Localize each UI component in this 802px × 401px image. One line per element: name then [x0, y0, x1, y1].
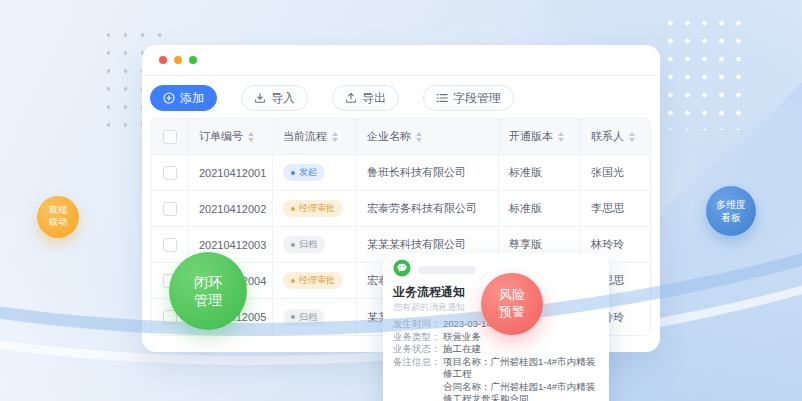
traffic-light-green-icon[interactable]: [189, 56, 197, 64]
table-row: 20210412002 经理审批 宏泰劳务科技有限公司 标准版 李思思: [152, 191, 650, 227]
row-checkbox[interactable]: [163, 166, 177, 180]
select-all-checkbox[interactable]: [163, 130, 177, 144]
row-checkbox[interactable]: [163, 238, 177, 252]
version-cell: 标准版: [498, 191, 580, 226]
export-button[interactable]: 导出: [332, 85, 399, 111]
sort-carets-icon[interactable]: [248, 132, 254, 142]
status-dot-icon: [291, 207, 295, 211]
feature-badge-dual-linkage: 双端 联动: [37, 196, 79, 238]
column-header-label: 企业名称: [367, 129, 411, 144]
status-dot-icon: [291, 171, 295, 175]
field-manage-button[interactable]: 字段管理: [423, 85, 514, 111]
plus-circle-icon: [163, 92, 175, 104]
column-header-label: 订单编号: [199, 129, 243, 144]
field-manage-button-label: 字段管理: [453, 90, 501, 107]
field-label: 备注信息：: [393, 356, 443, 401]
feature-badge-label: 联动: [49, 217, 67, 229]
field-label: 发生时间：: [393, 318, 443, 331]
notification-field-type: 业务类型： 联营业务: [393, 331, 599, 344]
process-status-label: 发起: [299, 166, 317, 179]
field-value: 施工在建: [443, 343, 481, 356]
notification-field-remark: 备注信息： 项目名称：广州碧桂园1-4#市内精装修工程 合同名称：广州碧桂园1-…: [393, 356, 599, 401]
checkbox-cell: [152, 227, 188, 262]
process-cell: 归档: [272, 227, 356, 262]
checkbox-cell: [152, 155, 188, 190]
contact-cell: 李思思: [580, 191, 650, 226]
download-tray-icon: [254, 92, 266, 104]
process-cell: 经理审批: [272, 263, 356, 298]
feature-badge-label: 管理: [194, 291, 222, 309]
company-cell: 宏泰劳务科技有限公司: [356, 191, 498, 226]
sort-carets-icon[interactable]: [629, 132, 635, 142]
column-header-contact[interactable]: 联系人: [580, 119, 650, 154]
field-label: 业务类型：: [393, 331, 443, 344]
feature-badge-label: 看板: [721, 211, 741, 224]
traffic-light-yellow-icon[interactable]: [174, 56, 182, 64]
remark-line: 项目名称：广州碧桂园1-4#市内精装修工程: [443, 356, 599, 381]
process-status-label: 经理审批: [299, 202, 335, 215]
process-cell: 发起: [272, 155, 356, 190]
column-header-order[interactable]: 订单编号: [188, 119, 272, 154]
process-status-badge: 归档: [283, 236, 325, 253]
process-status-badge: 归档: [283, 309, 325, 326]
feature-badge-label: 预警: [499, 304, 525, 321]
sort-carets-icon[interactable]: [558, 132, 564, 142]
order-cell: 20210412001: [188, 155, 272, 190]
feature-badge-label: 双端: [49, 205, 67, 217]
row-checkbox[interactable]: [163, 202, 177, 216]
checkbox-cell: [152, 191, 188, 226]
upload-tray-icon: [345, 92, 357, 104]
process-status-badge: 经理审批: [283, 272, 343, 289]
add-button[interactable]: 添加: [150, 85, 217, 111]
sort-carets-icon[interactable]: [332, 132, 338, 142]
column-header-process[interactable]: 当前流程: [272, 119, 356, 154]
feature-badge-label: 风险: [499, 287, 525, 304]
process-status-label: 归档: [299, 238, 317, 251]
table-header-row: 订单编号 当前流程 企业名称 开通版本 联系人: [152, 119, 650, 155]
column-header-company[interactable]: 企业名称: [356, 119, 498, 154]
status-dot-icon: [291, 279, 295, 283]
field-value: 项目名称：广州碧桂园1-4#市内精装修工程 合同名称：广州碧桂园1-4#市内精装…: [443, 356, 599, 401]
feature-badge-multidim-board: 多维度 看板: [706, 186, 756, 236]
select-all-cell: [152, 119, 188, 154]
process-status-label: 归档: [299, 311, 317, 324]
contact-cell: 张国光: [580, 155, 650, 190]
process-cell: 归档: [272, 299, 356, 335]
feature-badge-label: 多维度: [716, 198, 746, 211]
import-button-label: 导入: [271, 90, 295, 107]
field-value: 联营业务: [443, 331, 481, 344]
notification-field-status: 业务状态： 施工在建: [393, 343, 599, 356]
feature-badge-closed-loop: 闭环 管理: [169, 252, 247, 330]
table-row: 20210412001 发起 鲁班长科技有限公司 标准版 张国光: [152, 155, 650, 191]
sort-carets-icon[interactable]: [416, 132, 422, 142]
wechat-chat-bubble-icon: [393, 259, 411, 281]
feature-badge-label: 闭环: [194, 273, 222, 291]
column-header-label: 开通版本: [509, 129, 553, 144]
add-button-label: 添加: [180, 90, 204, 107]
remark-line: 合同名称：广州碧桂园1-4#市内精装修工程龙骨采购合同: [443, 381, 599, 401]
version-cell: 标准版: [498, 155, 580, 190]
status-dot-icon: [291, 243, 295, 247]
field-label: 业务状态：: [393, 343, 443, 356]
process-cell: 经理审批: [272, 191, 356, 226]
export-button-label: 导出: [362, 90, 386, 107]
process-status-label: 经理审批: [299, 274, 335, 287]
order-cell: 20210412002: [188, 191, 272, 226]
feature-badge-risk-warning: 风险 预警: [481, 273, 543, 335]
company-cell: 鲁班长科技有限公司: [356, 155, 498, 190]
process-status-badge: 经理审批: [283, 200, 343, 217]
column-header-label: 联系人: [591, 129, 624, 144]
column-header-version[interactable]: 开通版本: [498, 119, 580, 154]
column-header-label: 当前流程: [283, 129, 327, 144]
toolbar: 添加 导入 导出 字段管理: [142, 76, 660, 118]
process-status-badge: 发起: [283, 164, 325, 181]
status-dot-icon: [291, 315, 295, 319]
dot-grid-decoration: [662, 14, 752, 130]
traffic-light-red-icon[interactable]: [159, 56, 167, 64]
import-button[interactable]: 导入: [241, 85, 308, 111]
sender-name-placeholder: [418, 266, 476, 274]
list-lines-icon: [436, 92, 448, 104]
window-titlebar: [142, 45, 660, 76]
